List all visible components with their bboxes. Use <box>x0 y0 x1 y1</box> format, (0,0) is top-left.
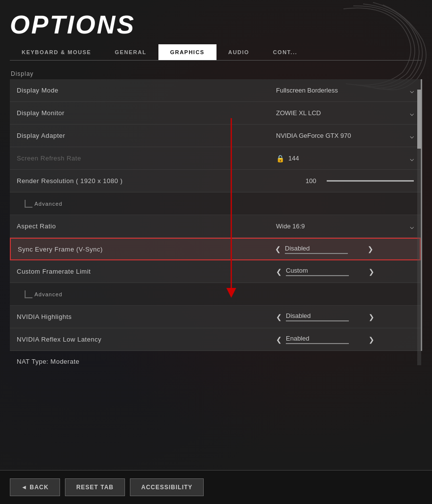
display-adapter-label: Display Adapter <box>17 132 276 139</box>
screen-refresh-dropdown-icon: ⌵ <box>410 155 414 162</box>
screen-refresh-value: 🔒 144 ⌵ <box>276 155 414 162</box>
screen-refresh-text: 144 <box>288 155 347 162</box>
display-section-label: Display <box>10 70 422 77</box>
framerate-prev-icon[interactable]: ❮ <box>276 268 282 276</box>
nvidia-reflex-label: NVIDIA Reflex Low Latency <box>17 336 276 343</box>
render-resolution-slider-container: 100 <box>306 177 414 185</box>
display-monitor-label: Display Monitor <box>17 109 276 117</box>
advanced-button-1[interactable]: Advanced <box>34 201 62 207</box>
display-adapter-value: NVIDIA GeForce GTX 970 ⌵ <box>276 132 414 140</box>
screen-refresh-row: Screen Refresh Rate 🔒 144 ⌵ <box>10 147 421 170</box>
tab-audio[interactable]: Audio <box>216 44 261 60</box>
render-resolution-track[interactable] <box>327 180 414 182</box>
page-title: OPTIONS <box>10 10 422 39</box>
framerate-limit-row: Custom Framerate Limit ❮ Custom ❯ <box>10 260 421 283</box>
vsync-label: Sync Every Frame (V-Sync) <box>18 246 275 253</box>
nvidia-highlights-next-icon[interactable]: ❯ <box>369 313 374 321</box>
nvidia-reflex-prev-icon[interactable]: ❮ <box>276 336 282 344</box>
indent-marker-2 <box>25 290 32 298</box>
tab-controls-label: Cont... <box>261 44 309 60</box>
vsync-text: Disabled <box>285 245 364 252</box>
nvidia-highlights-row: NVIDIA Highlights ❮ Disabled ❯ <box>10 306 421 328</box>
nat-type: NAT Type: Moderate <box>10 351 422 372</box>
aspect-ratio-text: Wide 16:9 <box>276 222 335 230</box>
framerate-text: Custom <box>286 267 365 274</box>
accessibility-button[interactable]: Accessibility <box>130 478 204 496</box>
tab-graphics[interactable]: Graphics <box>158 44 216 60</box>
nvidia-highlights-value-container: Disabled <box>286 312 365 321</box>
display-monitor-text: ZOWIE XL LCD <box>276 109 335 117</box>
aspect-ratio-row: Aspect Ratio Wide 16:9 ⌵ <box>10 215 421 238</box>
tab-keyboard[interactable]: Keyboard & Mouse <box>10 44 103 60</box>
nvidia-highlights-bar <box>286 320 349 321</box>
framerate-limit-value: ❮ Custom ❯ <box>276 267 414 276</box>
nvidia-reflex-next-icon[interactable]: ❯ <box>369 336 374 344</box>
render-resolution-value: 100 <box>306 177 323 185</box>
scrollbar-thumb[interactable] <box>417 90 421 149</box>
nvidia-reflex-row: NVIDIA Reflex Low Latency ❮ Enabled ❯ <box>10 328 421 351</box>
vsync-value: ❮ Disabled ❯ <box>275 245 413 254</box>
display-mode-dropdown-icon[interactable]: ⌵ <box>410 87 414 94</box>
display-monitor-dropdown-icon[interactable]: ⌵ <box>410 109 414 117</box>
framerate-next-icon[interactable]: ❯ <box>369 268 374 276</box>
display-mode-label: Display Mode <box>17 87 276 94</box>
advanced-button-2[interactable]: Advanced <box>34 291 62 297</box>
advanced-row-2: Advanced <box>10 283 421 306</box>
nvidia-reflex-bar <box>286 343 349 344</box>
vsync-bar <box>285 253 348 254</box>
vsync-row: Sync Every Frame (V-Sync) ❮ Disabled ❯ <box>10 238 421 260</box>
nvidia-highlights-label: NVIDIA Highlights <box>17 313 276 320</box>
framerate-value-container: Custom <box>286 267 365 276</box>
display-monitor-value: ZOWIE XL LCD ⌵ <box>276 109 414 117</box>
aspect-ratio-value: Wide 16:9 ⌵ <box>276 222 414 230</box>
nvidia-reflex-value-container: Enabled <box>286 335 365 344</box>
nvidia-reflex-text: Enabled <box>286 335 365 342</box>
nvidia-highlights-prev-icon[interactable]: ❮ <box>276 313 282 321</box>
display-mode-row: Display Mode Fullscreen Borderless ⌵ <box>10 79 421 102</box>
nvidia-highlights-text: Disabled <box>286 312 365 319</box>
advanced-row-1: Advanced <box>10 192 421 215</box>
indent-marker-1 <box>25 200 32 208</box>
aspect-ratio-label: Aspect Ratio <box>17 222 276 230</box>
scrollbar[interactable] <box>417 90 421 365</box>
reset-tab-button[interactable]: Reset Tab <box>65 478 125 496</box>
lock-icon: 🔒 <box>276 155 284 162</box>
screen-refresh-label: Screen Refresh Rate <box>17 155 276 162</box>
nvidia-highlights-value: ❮ Disabled ❯ <box>276 312 414 321</box>
display-mode-value: Fullscreen Borderless ⌵ <box>276 87 414 94</box>
render-resolution-row: Render Resolution ( 1920 x 1080 ) 100 <box>10 170 421 192</box>
vsync-prev-icon[interactable]: ❮ <box>275 245 281 253</box>
settings-container: Display Mode Fullscreen Borderless ⌵ Dis… <box>10 79 422 351</box>
render-resolution-label: Render Resolution ( 1920 x 1080 ) <box>17 177 306 185</box>
bottom-bar: ◄ Back Reset Tab Accessibility <box>0 470 432 504</box>
display-monitor-row: Display Monitor ZOWIE XL LCD ⌵ <box>10 102 421 125</box>
back-button[interactable]: ◄ Back <box>10 478 60 496</box>
render-resolution-fill <box>327 180 414 182</box>
tab-general[interactable]: General <box>103 44 158 60</box>
aspect-ratio-dropdown-icon[interactable]: ⌵ <box>410 222 414 230</box>
nvidia-reflex-value: ❮ Enabled ❯ <box>276 335 414 344</box>
vsync-next-icon[interactable]: ❯ <box>368 245 373 253</box>
tabs-bar: Keyboard & Mouse General Graphics Audio … <box>10 44 422 61</box>
display-adapter-text: NVIDIA GeForce GTX 970 <box>276 132 351 139</box>
vsync-value-container: Disabled <box>285 245 364 254</box>
framerate-limit-label: Custom Framerate Limit <box>17 268 276 275</box>
display-adapter-row: Display Adapter NVIDIA GeForce GTX 970 ⌵ <box>10 125 421 147</box>
display-adapter-dropdown-icon[interactable]: ⌵ <box>410 132 414 140</box>
framerate-bar <box>286 275 349 276</box>
display-mode-text: Fullscreen Borderless <box>276 87 338 94</box>
